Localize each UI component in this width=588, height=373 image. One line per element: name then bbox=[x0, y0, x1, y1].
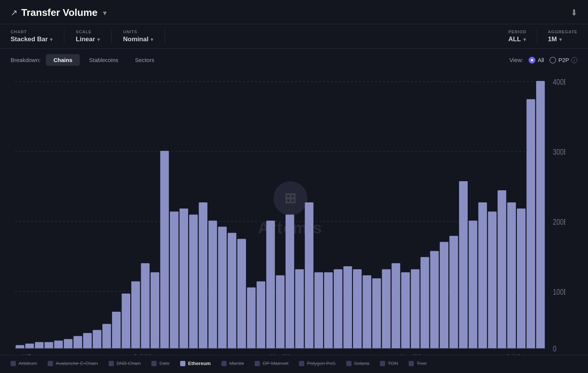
bar[interactable] bbox=[93, 330, 101, 348]
bar[interactable] bbox=[314, 272, 323, 348]
bar[interactable] bbox=[411, 269, 420, 348]
chart-chevron: ▾ bbox=[50, 37, 53, 42]
legend-color-arbitrum bbox=[11, 361, 16, 366]
bar[interactable] bbox=[276, 275, 285, 348]
bar[interactable] bbox=[16, 345, 24, 348]
breakdown-tabs: Chains Stablecoins Sectors bbox=[46, 54, 162, 66]
legend-item-celo[interactable]: Celo bbox=[151, 361, 170, 366]
bar[interactable] bbox=[517, 208, 526, 348]
bar[interactable] bbox=[83, 333, 92, 348]
bar[interactable] bbox=[295, 269, 304, 348]
legend-item-solana[interactable]: Solana bbox=[346, 361, 369, 366]
aggregate-dropdown[interactable]: 1M ▾ bbox=[548, 36, 577, 43]
bar[interactable] bbox=[160, 151, 169, 348]
legend-item-op[interactable]: OP Mainnet bbox=[255, 361, 288, 366]
legend-item-arbitrum[interactable]: Arbitrum bbox=[11, 361, 37, 366]
bar[interactable] bbox=[189, 214, 198, 348]
bar[interactable] bbox=[536, 81, 545, 348]
app-container: ↗ Transfer Volume ▾ ⬇ CHART Stacked Bar … bbox=[0, 0, 588, 373]
bar[interactable] bbox=[266, 221, 275, 348]
legend-item-avalanche[interactable]: Avalanche C-Chain bbox=[48, 361, 98, 366]
bar[interactable] bbox=[362, 275, 371, 348]
bar[interactable] bbox=[218, 227, 227, 348]
p2p-info-icon[interactable]: i bbox=[571, 57, 577, 63]
svg-text:300B: 300B bbox=[553, 147, 565, 157]
bar[interactable] bbox=[401, 272, 410, 348]
legend-item-ton[interactable]: TON bbox=[380, 361, 398, 366]
bar[interactable] bbox=[228, 233, 236, 348]
bar[interactable] bbox=[54, 340, 63, 348]
legend-label-polygon: Polygon PoS bbox=[307, 361, 335, 366]
bar[interactable] bbox=[35, 342, 44, 348]
bar[interactable] bbox=[469, 221, 478, 348]
view-all-radio[interactable] bbox=[529, 57, 535, 64]
svg-text:0: 0 bbox=[553, 344, 557, 353]
bar[interactable] bbox=[64, 339, 73, 348]
bar[interactable] bbox=[459, 181, 468, 348]
bar[interactable] bbox=[507, 202, 516, 348]
legend-item-bnb[interactable]: BNB Chain bbox=[109, 361, 141, 366]
download-button[interactable]: ⬇ bbox=[571, 8, 577, 18]
legend-item-tron[interactable]: Tron bbox=[409, 361, 426, 366]
svg-text:Mar '21: Mar '21 bbox=[269, 353, 291, 355]
bar[interactable] bbox=[179, 208, 188, 348]
aggregate-chevron: ▾ bbox=[559, 37, 562, 42]
bar[interactable] bbox=[257, 281, 265, 348]
bar[interactable] bbox=[324, 272, 333, 348]
view-all-option[interactable]: All bbox=[529, 57, 544, 64]
view-p2p-radio[interactable] bbox=[549, 57, 556, 64]
bar[interactable] bbox=[103, 324, 111, 348]
tab-stablecoins[interactable]: Stablecoins bbox=[81, 54, 126, 66]
bar[interactable] bbox=[151, 272, 159, 348]
bar[interactable] bbox=[488, 211, 497, 348]
bar[interactable] bbox=[170, 211, 179, 348]
legend-item-ethereum[interactable]: Ethereum bbox=[180, 361, 211, 366]
bar[interactable] bbox=[286, 214, 294, 348]
legend-label-tron: Tron bbox=[417, 361, 426, 366]
legend-label-mantle: Mantle bbox=[229, 361, 244, 366]
bar[interactable] bbox=[343, 266, 352, 348]
legend-item-mantle[interactable]: Mantle bbox=[221, 361, 244, 366]
period-dropdown[interactable]: ALL ▾ bbox=[509, 36, 526, 43]
period-value: ALL bbox=[509, 36, 521, 43]
scale-dropdown[interactable]: Linear ▾ bbox=[76, 36, 100, 43]
bar[interactable] bbox=[526, 99, 535, 348]
bar[interactable] bbox=[208, 221, 217, 348]
bar[interactable] bbox=[478, 202, 487, 348]
legend-label-ton: TON bbox=[388, 361, 398, 366]
bar[interactable] bbox=[45, 342, 53, 348]
bar[interactable] bbox=[73, 336, 82, 348]
svg-text:Nov '17: Nov '17 bbox=[15, 353, 31, 355]
tab-sectors[interactable]: Sectors bbox=[128, 54, 162, 66]
bar[interactable] bbox=[392, 263, 400, 348]
bar[interactable] bbox=[420, 257, 429, 348]
view-p2p-option[interactable]: P2P i bbox=[549, 57, 577, 64]
bar[interactable] bbox=[430, 251, 439, 348]
controls-bar: CHART Stacked Bar ▾ SCALE Linear ▾ UNITS… bbox=[0, 24, 588, 49]
bar[interactable] bbox=[498, 190, 506, 348]
units-dropdown[interactable]: Nominal ▾ bbox=[123, 36, 153, 43]
bar[interactable] bbox=[237, 239, 246, 348]
legend-item-polygon[interactable]: Polygon PoS bbox=[299, 361, 335, 366]
bar[interactable] bbox=[382, 269, 390, 348]
scale-control: SCALE Linear ▾ bbox=[76, 30, 112, 43]
bar[interactable] bbox=[141, 263, 149, 348]
chart-dropdown[interactable]: Stacked Bar ▾ bbox=[11, 36, 53, 43]
legend-label-celo: Celo bbox=[159, 361, 170, 366]
bar[interactable] bbox=[334, 269, 342, 348]
bar[interactable] bbox=[372, 278, 381, 348]
bar[interactable] bbox=[247, 288, 256, 348]
bar[interactable] bbox=[450, 236, 458, 348]
title-dropdown-icon[interactable]: ▾ bbox=[103, 8, 107, 17]
bar[interactable] bbox=[440, 242, 448, 348]
bar[interactable] bbox=[353, 269, 362, 348]
legend-label-op: OP Mainnet bbox=[263, 361, 288, 366]
bar[interactable] bbox=[25, 343, 34, 348]
bar[interactable] bbox=[199, 202, 207, 348]
bar[interactable] bbox=[122, 294, 131, 348]
bar[interactable] bbox=[112, 312, 121, 348]
legend-label-bnb: BNB Chain bbox=[117, 361, 141, 366]
tab-chains[interactable]: Chains bbox=[46, 54, 80, 66]
bar[interactable] bbox=[131, 281, 140, 348]
bar[interactable] bbox=[305, 202, 314, 348]
